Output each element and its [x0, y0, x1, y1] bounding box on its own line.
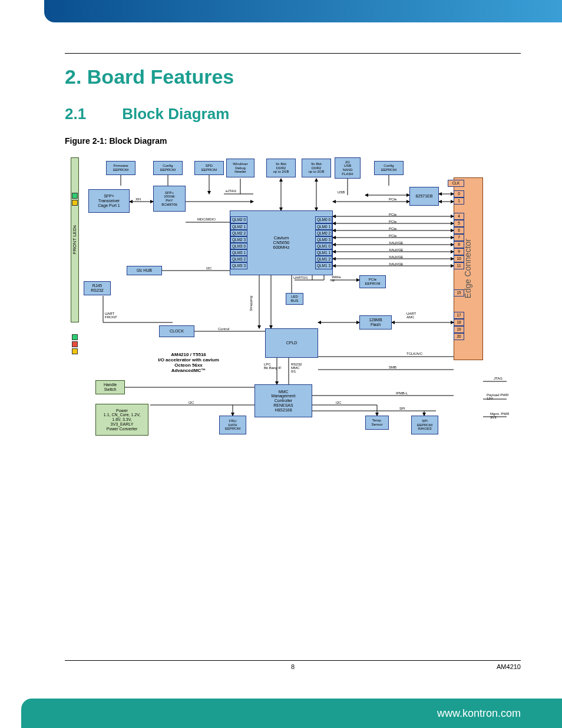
block-sfp-phy: SFP+ 10GbE PHY BCM8706: [153, 186, 186, 212]
block-82571eb: 82571EB: [409, 187, 439, 206]
label-xfi: XFI: [135, 197, 141, 201]
edge-pin: 18: [454, 319, 464, 326]
block-led-bus: LED BUS: [286, 293, 303, 305]
qlm-cell: QLM2 1: [230, 223, 247, 230]
block-spd-eeprom: SPD EEPROM: [194, 161, 224, 175]
edge-pin: 0: [454, 190, 464, 197]
lane-label: PCIe: [389, 227, 396, 230]
led-yellow2: [72, 348, 78, 354]
chapter-number: 2.: [65, 65, 81, 88]
page-number: 8: [291, 663, 295, 670]
qlm-left-bank: QLM2 0QLM2 1QLM2 2QLM2 3QLM3 0QLM3 1QLM3…: [230, 216, 247, 269]
front-leds-label: FRONT LEDs: [72, 225, 78, 254]
block-i2c-hub: I2c HUB: [127, 266, 162, 275]
block-rj45: RJ45 RS232: [84, 281, 111, 295]
block-sfp-cage: SFP+ Transceiver Cage Port 1: [88, 189, 130, 213]
lane-label: PCIe: [389, 213, 396, 216]
document-content: 2. Board Features 2.1 Block Diagram Figu…: [65, 53, 521, 452]
section-number: 2.1: [65, 105, 118, 123]
block-temp-sensor: Temp. Sensor: [365, 416, 389, 430]
footer-url[interactable]: www.kontron.com: [437, 707, 521, 720]
label-mdcmdio: MDC/MDIO: [197, 218, 216, 221]
edge-pin: 10: [454, 255, 464, 262]
label-jtag: JTAG: [494, 377, 503, 380]
edge-pin: 9: [454, 248, 464, 255]
edge-pin: 4: [454, 213, 464, 220]
block-ddr2-left: 9x 8bit DDR2 up to 2GB: [266, 159, 296, 177]
front-panel: FRONT LEDs: [71, 157, 79, 322]
qlm-cell: QLM2 3: [230, 236, 247, 243]
block-config-eeprom-left: Config EEPROM: [153, 161, 183, 175]
edge-pin: 20: [454, 333, 464, 340]
chapter-title: Board Features: [87, 65, 234, 88]
block-windriver-debug: Windriver Debug Header: [226, 159, 254, 177]
block-diagram: FRONT LEDs Firmware EEPROM Config EEPROM…: [71, 157, 524, 452]
edge-pin: 17: [454, 312, 464, 319]
block-cpu: QLM2 0QLM2 1QLM2 2QLM2 3QLM3 0QLM3 1QLM3…: [230, 210, 333, 275]
label-spi: SPI: [399, 407, 405, 410]
label-3wire: 3Wire IF: [332, 275, 341, 282]
block-pcie-eeprom: PCIe EEPROM: [359, 275, 386, 288]
block-power: Power 1.1, CN_Core, 1.2V, 1.8V, 3.3V, 3V…: [95, 404, 148, 436]
doc-id: AM4210: [497, 663, 521, 670]
label-i2c-b1: I2C: [189, 401, 194, 404]
block-handle-switch: Handle Switch: [95, 380, 125, 394]
figure-caption: Figure 2-1: Block Diagram: [65, 136, 521, 146]
edge-pin: 6: [454, 227, 464, 234]
qlm-cell: QLM3 3: [230, 262, 247, 269]
qlm-cell: QLM2 0: [230, 216, 247, 223]
label-uart-amc: UART AMC: [406, 312, 416, 319]
block-firmware-eeprom: Firmware EEPROM: [106, 161, 135, 175]
bottom-banner: www.kontron.com: [21, 699, 562, 728]
edge-pin-clk: CLK: [448, 180, 464, 187]
label-i2c: I2C: [206, 266, 211, 270]
label-i2c-b2: I2C: [336, 401, 341, 404]
edge-pin: 11: [454, 262, 464, 269]
label-pcie: PCIe: [389, 197, 396, 201]
label-usb: USB: [338, 190, 345, 194]
qlm-cell: QLM0 1: [315, 223, 332, 230]
block-cpld: CPLD: [265, 328, 318, 358]
block-clock: CLOCK: [159, 325, 194, 337]
led-green: [72, 193, 78, 199]
label-uart01: UART0/1: [293, 276, 308, 279]
label-uart-front: UART FRONT: [105, 312, 117, 319]
block-fru-eeprom: FRU DATA EEPROM: [219, 416, 246, 434]
page-footer: 8 AM4210: [65, 660, 521, 670]
block-mmc: MMC Management Controller RENESAS H8S216…: [254, 384, 312, 417]
block-128mb-flash: 128MB Flash: [359, 315, 392, 330]
label-tclk: TCLK/A/C: [406, 352, 422, 355]
qlm-cell: QLM0 2: [315, 230, 332, 236]
qlm-cell: QLM3 1: [230, 249, 247, 256]
label-ejtag: eJTAG: [226, 189, 236, 193]
edge-pin: 19: [454, 326, 464, 333]
qlm-right-bank: QLM0 0QLM0 1QLM0 2QLM0 3QLM1 0QLM1 1QLM1…: [315, 216, 332, 269]
edge-pin: 5: [454, 220, 464, 227]
block-nand-flash: 2G USB NAND FLASH: [335, 157, 361, 179]
lane-label: PCIe: [389, 220, 396, 223]
top-banner: [44, 0, 562, 22]
led-yellow: [72, 200, 78, 206]
label-ipmb: IPMB-L: [396, 391, 408, 395]
qlm-cell: QLM1 1: [315, 249, 332, 256]
qlm-cell: QLM1 3: [315, 262, 332, 269]
label-rs232: RS232 MMC 0/1: [291, 363, 302, 373]
qlm-cell: QLM0 3: [315, 236, 332, 243]
edge-connector-label: Edge Connector: [464, 239, 472, 298]
section-heading: 2.1 Block Diagram: [65, 105, 521, 123]
label-mgmt-pwr: Mgmt. PWR 3V3: [490, 412, 509, 419]
cpu-core-label: Cavium CN5650 600MHz: [273, 236, 290, 251]
label-control: Control: [218, 327, 229, 331]
label-smb: SMB: [389, 365, 396, 369]
qlm-cell: QLM1 2: [315, 256, 332, 262]
section-title: Block Diagram: [122, 105, 229, 123]
edge-pin: 15: [454, 289, 464, 297]
label-payload-pwr: Payload PWR 12V: [487, 393, 508, 400]
block-ddr2-right: 9x 8bit DDR2 up to 2GB: [302, 159, 331, 177]
qlm-cell: QLM2 2: [230, 230, 247, 236]
qlm-cell: QLM1 0: [315, 243, 332, 249]
lane-label: XAUI/GE: [389, 241, 403, 245]
label-strapping: Strapping: [249, 296, 253, 311]
chapter-heading: 2. Board Features: [65, 65, 521, 88]
led-green2: [72, 334, 78, 340]
